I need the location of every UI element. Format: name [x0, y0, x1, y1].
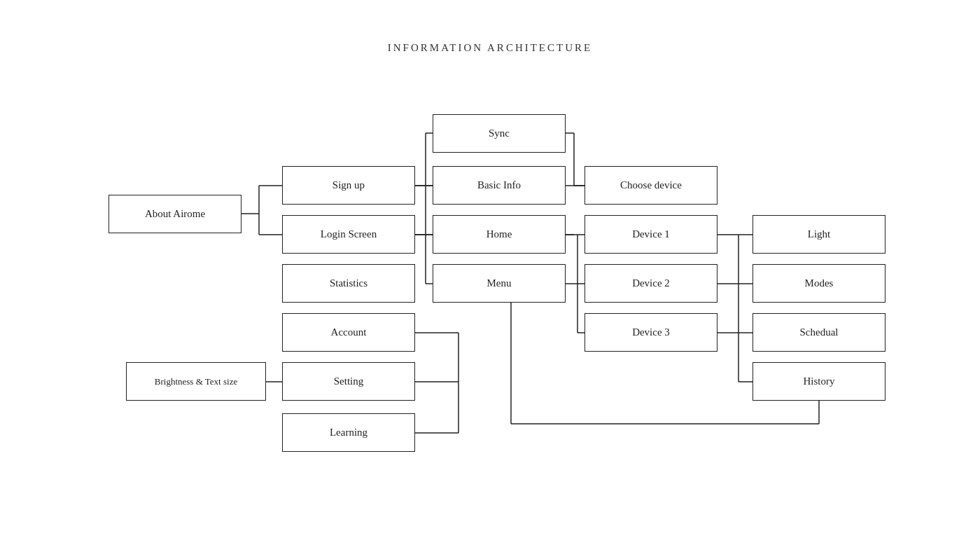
node-account: Account: [282, 313, 415, 352]
node-sync: Sync: [433, 114, 566, 153]
diagram: About Airome Sign up Login Screen Statis…: [0, 0, 980, 552]
node-light: Light: [752, 215, 886, 254]
node-sign-up: Sign up: [282, 166, 415, 205]
node-choose-device: Choose device: [584, 166, 718, 205]
node-device1: Device 1: [584, 215, 718, 254]
node-learning: Learning: [282, 413, 415, 452]
node-statistics: Statistics: [282, 264, 415, 303]
node-history: History: [752, 362, 886, 401]
node-menu: Menu: [433, 264, 566, 303]
node-brightness: Brightness & Text size: [126, 362, 266, 401]
node-home: Home: [433, 215, 566, 254]
node-device2: Device 2: [584, 264, 718, 303]
node-modes: Modes: [752, 264, 886, 303]
node-device3: Device 3: [584, 313, 718, 352]
node-schedual: Schedual: [752, 313, 886, 352]
node-login-screen: Login Screen: [282, 215, 415, 254]
node-setting: Setting: [282, 362, 415, 401]
node-about-airome: About Airome: [108, 195, 241, 233]
node-basic-info: Basic Info: [433, 166, 566, 205]
